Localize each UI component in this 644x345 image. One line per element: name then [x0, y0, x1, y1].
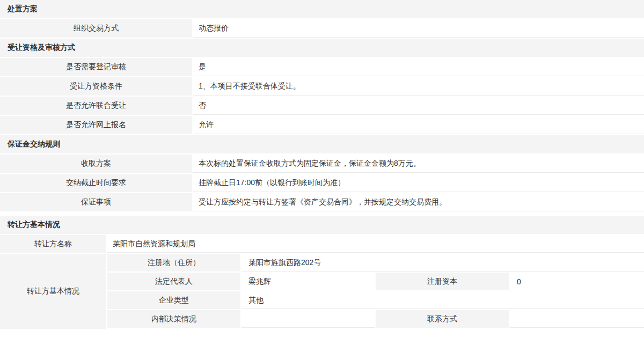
row-label: 注册地（住所） [107, 254, 241, 271]
transferor-detail-group: 转让方基本情况 注册地（住所） 莱阳市旌旗西路202号 法定代表人 梁兆辉 注册… [0, 254, 644, 329]
group-label: 转让方基本情况 [0, 254, 107, 329]
table-row: 转让方名称 莱阳市自然资源和规划局 [0, 235, 644, 254]
row-label: 是否需要登记审核 [0, 58, 193, 76]
section-header-qualification: 受让资格及审核方式 [0, 39, 644, 58]
listing-detail-page: 处置方案 组织交易方式 动态报价 受让资格及审核方式 是否需要登记审核 是 受让… [0, 0, 644, 329]
row-label: 内部决策情况 [107, 310, 241, 328]
table-row: 企业类型 其他 [107, 291, 644, 310]
row-label: 是否允许网上报名 [0, 116, 193, 134]
row-value: 动态报价 [193, 19, 644, 38]
row-label: 是否允许联合受让 [0, 97, 193, 115]
table-row: 内部决策情况 联系方式 [107, 310, 644, 329]
row-label: 组织交易方式 [0, 19, 193, 38]
row-label: 转让方名称 [0, 235, 107, 253]
transferor-section: 转让方基本情况 转让方名称 莱阳市自然资源和规划局 转让方基本情况 注册地（住所… [0, 216, 644, 329]
row-label: 法定代表人 [107, 273, 241, 290]
row-value: 否 [193, 97, 644, 115]
table-row: 受让方资格条件 1、本项目不接受联合体受让。 [0, 77, 644, 97]
row-label: 交纳截止时间要求 [0, 174, 193, 192]
row-value: 0 [510, 273, 644, 290]
row-label: 受让方资格条件 [0, 77, 193, 96]
section-title: 保证金交纳规则 [8, 140, 60, 149]
row-label: 注册资本 [376, 273, 510, 290]
row-value [510, 310, 644, 328]
row-value [241, 310, 376, 328]
row-label: 保证事项 [0, 193, 193, 211]
row-value: 挂牌截止日17:00前（以银行到账时间为准） [193, 174, 644, 192]
section-header-disposal-plan: 处置方案 [0, 0, 644, 19]
table-row: 是否需要登记审核 是 [0, 58, 644, 77]
row-value: 本次标的处置保证金收取方式为固定保证金，保证金金额为8万元。 [193, 155, 644, 173]
row-label: 收取方案 [0, 155, 193, 173]
table-row: 是否允许网上报名 允许 [0, 116, 644, 135]
table-row: 保证事项 受让方应按约定与转让方签署《资产交易合同》，并按规定交纳交易费用。 [0, 193, 644, 212]
section-title: 受让资格及审核方式 [8, 43, 75, 53]
section-title: 处置方案 [8, 4, 38, 14]
table-row: 收取方案 本次标的处置保证金收取方式为固定保证金，保证金金额为8万元。 [0, 155, 644, 174]
row-value: 莱阳市旌旗西路202号 [241, 254, 644, 271]
row-value: 是 [193, 58, 644, 76]
row-value: 1、本项目不接受联合体受让。 [193, 77, 644, 96]
table-row: 交纳截止时间要求 挂牌截止日17:00前（以银行到账时间为准） [0, 174, 644, 193]
nested-table: 注册地（住所） 莱阳市旌旗西路202号 法定代表人 梁兆辉 注册资本 0 企业类… [107, 254, 644, 329]
row-value: 其他 [241, 291, 644, 309]
section-title: 转让方基本情况 [8, 220, 60, 230]
section-header-deposit-rules: 保证金交纳规则 [0, 135, 644, 155]
table-row: 注册地（住所） 莱阳市旌旗西路202号 [107, 254, 644, 273]
row-value: 莱阳市自然资源和规划局 [107, 235, 644, 253]
row-label: 联系方式 [376, 310, 510, 328]
row-value: 允许 [193, 116, 644, 134]
section-header-transferor: 转让方基本情况 [0, 216, 644, 235]
table-row: 法定代表人 梁兆辉 注册资本 0 [107, 273, 644, 291]
table-row: 是否允许联合受让 否 [0, 97, 644, 116]
row-value: 受让方应按约定与转让方签署《资产交易合同》，并按规定交纳交易费用。 [193, 193, 644, 211]
row-value: 梁兆辉 [241, 273, 376, 290]
table-row: 组织交易方式 动态报价 [0, 19, 644, 39]
row-label: 企业类型 [107, 291, 241, 309]
